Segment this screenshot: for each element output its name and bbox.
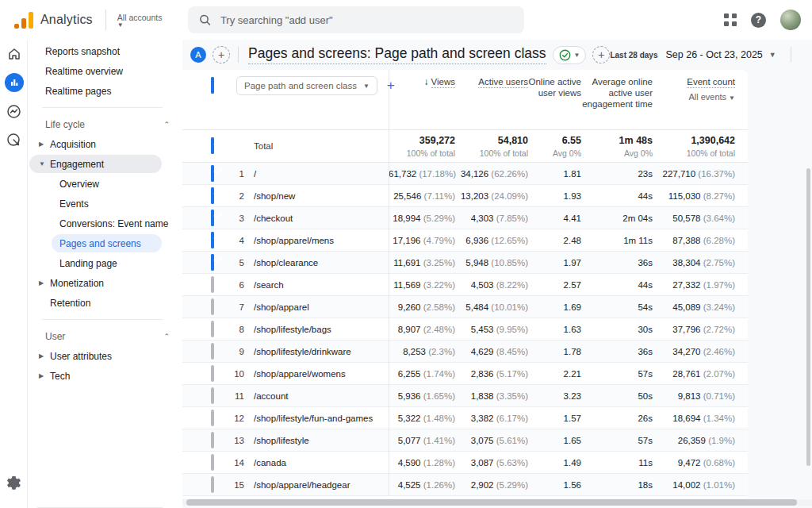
column-header-active-users[interactable]: Active users (455, 76, 528, 87)
table-row[interactable]: 5 /shop/clearance 11,691 (3.25%) 5,948 (… (182, 252, 748, 274)
row-checkbox[interactable] (211, 232, 214, 248)
table-row[interactable]: 13 /shop/lifestyle 5,077 (1.41%) 3,075 (… (182, 429, 748, 452)
event-count-cell: 27,332 (1.97%) (653, 280, 735, 290)
table-row[interactable]: 14 /canada 4,590 (1.28%) 3,087 (5.63%) 1… (182, 452, 748, 474)
row-checkbox[interactable] (211, 210, 214, 226)
select-all-checkbox[interactable] (211, 77, 214, 94)
advertising-icon[interactable] (0, 125, 28, 154)
sidebar-item-label: Tech (50, 371, 70, 382)
sidebar-item-life-cycle[interactable]: Life cycle⌃ (28, 114, 182, 134)
row-checkbox[interactable] (211, 387, 214, 404)
sidebar-item-user[interactable]: User⌃ (28, 326, 182, 346)
row-checkbox[interactable] (211, 276, 214, 293)
search-input[interactable] (220, 14, 513, 26)
sidebar-item-acquisition[interactable]: ▶Acquisition (28, 134, 182, 154)
sidebar-item-conversions-event-name[interactable]: Conversions: Event name (28, 214, 182, 233)
explore-icon[interactable] (0, 97, 28, 125)
add-report-button[interactable]: + (592, 46, 610, 64)
page-path: /canada (244, 458, 389, 468)
vertical-scrollbar-thumb[interactable] (806, 168, 810, 466)
row-checkbox[interactable] (211, 343, 214, 360)
sidebar-item-pages-and-screens[interactable]: Pages and screens (28, 233, 182, 253)
sidebar-item-engagement[interactable]: ▼Engagement (28, 154, 182, 174)
total-checkbox[interactable] (211, 137, 214, 154)
table-row[interactable]: 2 /shop/new 25,546 (7.11%) 13,203 (24.09… (182, 185, 748, 207)
table-row[interactable]: 12 /shop/lifestyle/fun-and-games 5,322 (… (182, 407, 748, 429)
row-checkbox[interactable] (211, 432, 214, 448)
online-views-cell: 1.63 (528, 325, 581, 334)
account-switcher[interactable]: All accounts ▼ (117, 13, 163, 28)
total-event-count: 1,390,642 100% of total (653, 135, 735, 158)
row-checkbox[interactable] (211, 254, 214, 271)
sidebar-item-reports-snapshot[interactable]: Reports snapshot (28, 41, 182, 61)
row-number: 3 (227, 214, 244, 223)
table-row[interactable]: 7 /shop/apparel 9,260 (2.58%) 5,484 (10.… (182, 296, 748, 318)
analytics-logo-icon[interactable] (14, 11, 33, 29)
chevron-down-icon: ▼ (117, 22, 124, 28)
table-row[interactable]: 3 /checkout 18,994 (5.29%) 4,303 (7.85%)… (182, 207, 748, 229)
sidebar-item-events[interactable]: Events (28, 194, 182, 214)
table-row[interactable]: 1 / 61,732 (17.18%) 34,126 (62.26%) 1.81… (182, 163, 748, 185)
column-header-event-count[interactable]: Event count All events▼ (653, 76, 735, 102)
sidebar-item-monetization[interactable]: ▶Monetization (28, 273, 182, 293)
account-avatar[interactable]: A (190, 47, 206, 63)
table-row[interactable]: 15 /shop/apparel/headgear 4,525 (1.26%) … (182, 474, 748, 496)
table-row[interactable]: 8 /shop/lifestyle/bags 8,907 (2.48%) 5,4… (182, 318, 748, 341)
row-checkbox[interactable] (211, 321, 214, 337)
engagement-time-cell: 57s (581, 436, 653, 445)
column-header-views[interactable]: ↓Views (389, 76, 455, 87)
row-checkbox[interactable] (211, 410, 214, 426)
event-filter-dropdown[interactable]: All events▼ (653, 91, 735, 102)
row-number: 7 (227, 302, 244, 312)
sidebar-divider (42, 107, 163, 108)
online-views-cell: 1.57 (528, 414, 581, 423)
online-views-cell: 1.97 (528, 258, 581, 267)
views-cell: 18,994 (5.29%) (389, 214, 455, 223)
row-checkbox[interactable] (211, 187, 214, 204)
dimension-selector[interactable]: Page path and screen class ▼ (236, 76, 377, 95)
chevron-down-icon[interactable]: ▼ (769, 52, 776, 58)
sidebar-item-label: Monetization (50, 278, 104, 289)
search-bar[interactable] (188, 6, 524, 33)
sidebar-item-realtime-overview[interactable]: Realtime overview (28, 61, 182, 81)
views-cell: 5,322 (1.48%) (389, 414, 455, 423)
row-checkbox[interactable] (211, 365, 214, 382)
horizontal-scrollbar-thumb[interactable] (186, 499, 797, 506)
column-header-avg-engagement-time[interactable]: Average online active user engagement ti… (581, 76, 653, 110)
icon-rail (0, 40, 28, 508)
date-range-picker[interactable]: Sep 26 - Oct 23, 2025 (665, 49, 762, 60)
table-row[interactable]: 9 /shop/lifestyle/drinkware 8,253 (2.3%)… (182, 341, 748, 363)
table-row[interactable]: 4 /shop/apparel/mens 17,196 (4.79%) 6,93… (182, 229, 748, 252)
table-row[interactable]: 10 /shop/apparel/womens 6,255 (1.74%) 2,… (182, 363, 748, 385)
views-cell: 61,732 (17.18%) (389, 169, 455, 179)
report-title[interactable]: Pages and screens: Page path and screen … (248, 45, 546, 64)
engagement-time-cell: 18s (581, 480, 653, 490)
page-path: / (244, 169, 389, 179)
column-header-online-active-user-views[interactable]: Online active user views (528, 76, 581, 98)
sidebar-item-realtime-pages[interactable]: Realtime pages (28, 81, 182, 101)
online-views-cell: 2.57 (528, 280, 581, 290)
sidebar-item-overview[interactable]: Overview (28, 174, 182, 194)
table-row[interactable]: 6 /search 11,569 (3.22%) 4,503 (8.22%) 2… (182, 274, 748, 296)
google-apps-icon[interactable] (724, 13, 737, 26)
row-checkbox[interactable] (211, 298, 214, 315)
row-checkbox[interactable] (211, 165, 214, 182)
sidebar-item-retention[interactable]: Retention (28, 293, 182, 313)
reports-icon[interactable] (0, 68, 28, 97)
help-icon[interactable]: ? (751, 13, 766, 28)
sidebar-item-user-attributes[interactable]: ▶User attributes (28, 346, 182, 366)
add-comparison-button[interactable]: + (213, 46, 230, 64)
sidebar-item-landing-page[interactable]: Landing page (28, 253, 182, 273)
views-cell: 4,525 (1.26%) (389, 480, 455, 490)
row-checkbox[interactable] (211, 476, 214, 493)
sidebar-item-tech[interactable]: ▶Tech (28, 366, 182, 386)
row-checkbox[interactable] (211, 454, 214, 471)
admin-gear-icon[interactable] (0, 468, 28, 497)
engagement-time-cell: 54s (581, 302, 653, 312)
row-number: 8 (227, 325, 244, 334)
user-avatar[interactable] (780, 10, 801, 30)
home-icon[interactable] (0, 40, 28, 68)
table-row[interactable]: 11 /account 5,936 (1.65%) 1,838 (3.35%) … (182, 385, 748, 407)
report-status-pill[interactable]: ▼ (553, 46, 587, 64)
check-circle-icon (559, 49, 571, 61)
